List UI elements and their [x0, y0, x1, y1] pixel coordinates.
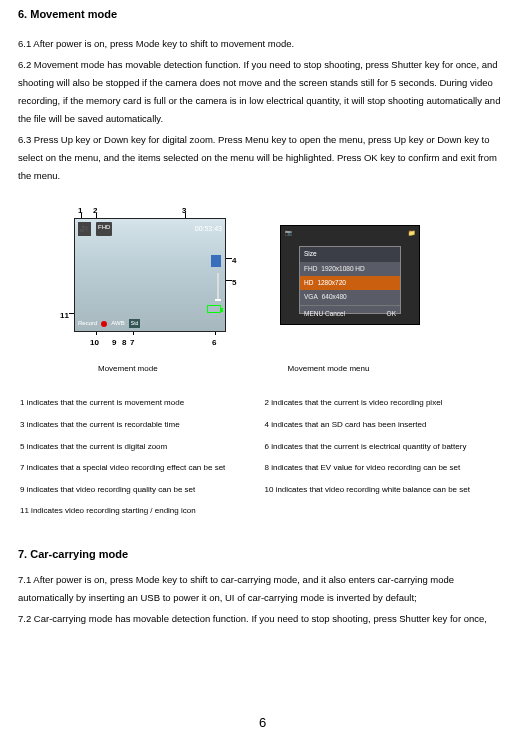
annot-5: 5: [232, 275, 236, 290]
indicator-3: 3 indicates that the current is recordab…: [18, 414, 263, 436]
indicator-legend-table: 1 indicates that the current is movement…: [18, 392, 507, 522]
menu-row-fhd: FHD 1920x1080 HD: [300, 262, 400, 276]
indicator-1: 1 indicates that the current is movement…: [18, 392, 263, 414]
section-7-p1: 7.1 After power is on, press Mode key to…: [18, 571, 507, 607]
file-tab-icon: 📁: [408, 228, 415, 239]
sd-card-icon: [211, 255, 221, 267]
size-menu-panel: Size FHD 1920x1080 HD HD 1280x720 VGA 64…: [299, 246, 401, 314]
section-6-p3: 6.3 Press Up key or Down key for digital…: [18, 131, 507, 185]
indicator-2: 2 indicates that the current is video re…: [263, 392, 508, 414]
battery-icon: [207, 305, 221, 313]
mode-icon: 🎥: [78, 222, 91, 235]
annot-11: 11: [60, 308, 69, 323]
fhd-badge: FHD: [304, 263, 317, 275]
section-6-p1: 6.1 After power is on, press Mode key to…: [18, 35, 507, 53]
menu-ok-label: OK: [387, 308, 396, 320]
awb-label: AWB: [111, 318, 124, 329]
annot-4: 4: [232, 253, 236, 268]
annot-10: 10: [90, 335, 99, 350]
vga-text: 640x480: [322, 291, 347, 303]
annot-6: 6: [212, 335, 216, 350]
indicator-9: 9 indicates that video recording quality…: [18, 479, 263, 501]
indicator-5: 5 indicates that the current is digital …: [18, 436, 263, 458]
page-number: 6: [0, 711, 525, 736]
section-6-title: 6. Movement mode: [18, 4, 507, 25]
menu-row-vga: VGA 640x480: [300, 290, 400, 304]
caption-movement-mode: Movement mode: [98, 361, 158, 376]
camera-screenshot-2: 📷 📁 Size FHD 1920x1080 HD HD 1280x720 VG…: [280, 225, 420, 325]
indicator-8: 8 indicates that EV value for video reco…: [263, 457, 508, 479]
camera-lcd-1: 🎥 FHD 00:53:43 Record AWB Std: [74, 218, 226, 332]
indicator-10: 10 indicates that video recording white …: [263, 479, 508, 501]
zoom-indicator: [217, 273, 219, 301]
camera-tab-icon: 📷: [285, 228, 292, 239]
section-6-p2: 6.2 Movement mode has movable detection …: [18, 56, 507, 128]
annot-line: [226, 280, 232, 281]
menu-top-icons: 📷 📁: [285, 228, 415, 239]
menu-row-hd-selected: HD 1280x720: [300, 276, 400, 290]
hd-text: 1280x720: [317, 277, 346, 289]
record-label: Record: [78, 318, 97, 329]
menu-header: Size: [300, 247, 400, 261]
record-dot-icon: [101, 321, 107, 327]
hd-badge: HD: [304, 277, 313, 289]
indicator-4: 4 indicates that an SD card has been ins…: [263, 414, 508, 436]
lcd-left-icons: 🎥 FHD: [78, 222, 112, 235]
lcd-top-bar: 🎥 FHD 00:53:43: [78, 222, 222, 235]
indicator-7: 7 indicates that a special video recordi…: [18, 457, 263, 479]
section-7-title: 7. Car-carrying mode: [18, 544, 507, 565]
caption-movement-menu: Movement mode menu: [288, 361, 370, 376]
camera-screenshot-1: 1 2 3 4 5 6 7 8 9 10 11: [60, 203, 240, 349]
figure-movement-mode: 1 2 3 4 5 6 7 8 9 10 11: [60, 203, 240, 349]
lcd-bottom-bar: Record AWB Std: [78, 318, 222, 329]
recordable-time: 00:53:43: [195, 222, 222, 235]
figures-row: 1 2 3 4 5 6 7 8 9 10 11: [60, 203, 507, 349]
annot-8: 8: [122, 335, 126, 350]
resolution-badge: FHD: [96, 222, 112, 235]
fhd-text: 1920x1080 HD: [321, 263, 364, 275]
menu-cancel-label: MENU Cancel: [304, 308, 345, 320]
annot-line: [226, 258, 232, 259]
figure-movement-menu: 📷 📁 Size FHD 1920x1080 HD HD 1280x720 VG…: [280, 203, 420, 325]
figure-captions: Movement mode Movement mode menu: [98, 361, 507, 376]
vga-badge: VGA: [304, 291, 318, 303]
section-7-p2: 7.2 Car-carrying mode has movable detect…: [18, 610, 507, 628]
indicator-6: 6 indicates that the current is electric…: [263, 436, 508, 458]
annot-9: 9: [112, 335, 116, 350]
indicator-11: 11 indicates video recording starting / …: [18, 500, 263, 522]
quality-label: Std: [129, 319, 141, 329]
menu-footer: MENU Cancel OK: [300, 305, 400, 322]
annot-7: 7: [130, 335, 134, 350]
